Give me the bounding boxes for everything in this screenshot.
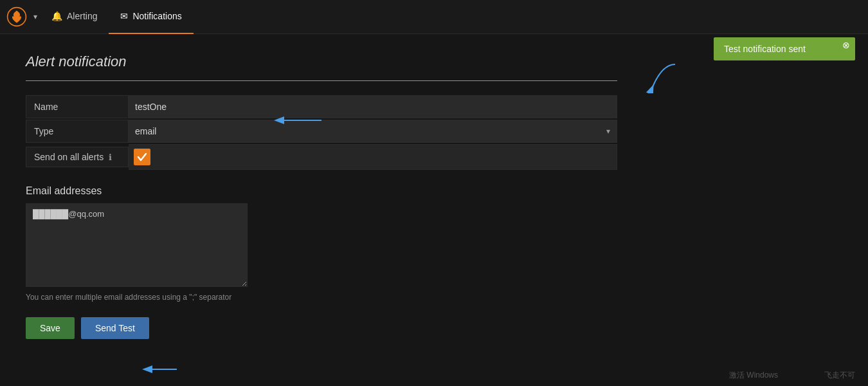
- send-test-button[interactable]: Send Test: [81, 317, 149, 339]
- type-label: Type: [26, 120, 129, 143]
- email-section: Email addresses ██████@qq.com You can en…: [26, 185, 617, 302]
- send-on-all-label: Send on all alerts: [34, 152, 104, 162]
- info-icon[interactable]: ℹ: [109, 152, 112, 162]
- tab-notifications[interactable]: ✉ Notifications: [109, 0, 193, 34]
- logo-dropdown-button[interactable]: ▾: [31, 12, 40, 21]
- tab-alerting[interactable]: 🔔 Alerting: [40, 0, 109, 34]
- watermark-text2: 激活 Windows: [729, 370, 778, 381]
- checkmark-icon: [137, 152, 147, 162]
- send-on-all-checkbox-cell: [129, 144, 617, 170]
- type-select-wrapper: email slack pagerduty webhook ▾: [129, 120, 617, 142]
- type-select[interactable]: email slack pagerduty webhook: [129, 120, 600, 142]
- toast-notification: Test notification sent ⊗: [714, 37, 855, 60]
- watermark-text: 飞走不可: [824, 370, 855, 381]
- form-row-name: Name: [26, 95, 617, 118]
- form-row-send-all: Send on all alerts ℹ: [26, 144, 617, 170]
- top-nav: ▾ 🔔 Alerting ✉ Notifications: [0, 0, 868, 34]
- send-on-all-label-cell: Send on all alerts ℹ: [26, 147, 129, 167]
- tab-notifications-label: Notifications: [132, 11, 181, 21]
- arrow-sendtest-indicator: [141, 363, 180, 376]
- logo-icon: [6, 6, 27, 27]
- email-addresses-textarea[interactable]: ██████@qq.com: [26, 203, 248, 287]
- arrow-toast-indicator: [643, 61, 682, 93]
- type-input-cell: email slack pagerduty webhook ▾: [129, 120, 617, 143]
- alerting-icon: 🔔: [51, 11, 62, 21]
- name-input-cell: [129, 95, 617, 118]
- name-label: Name: [26, 95, 129, 118]
- tab-alerting-label: Alerting: [67, 11, 97, 21]
- main-content: Alert notification Name Type email slack…: [0, 34, 643, 339]
- email-hint: You can enter multiple email addresses u…: [26, 293, 617, 302]
- email-section-title: Email addresses: [26, 185, 617, 197]
- name-input[interactable]: [129, 96, 617, 118]
- logo[interactable]: [5, 5, 28, 28]
- button-row: Save Send Test: [26, 317, 617, 339]
- save-button[interactable]: Save: [26, 317, 75, 339]
- toast-message: Test notification sent: [724, 44, 806, 54]
- page-title: Alert notification: [26, 53, 617, 70]
- toast-close-button[interactable]: ⊗: [842, 40, 850, 50]
- form-row-type: Type email slack pagerduty webhook ▾: [26, 120, 617, 143]
- send-on-all-checkbox[interactable]: [134, 149, 150, 165]
- select-arrow-icon: ▾: [600, 121, 617, 142]
- notifications-icon: ✉: [120, 11, 128, 21]
- section-divider: [26, 80, 617, 81]
